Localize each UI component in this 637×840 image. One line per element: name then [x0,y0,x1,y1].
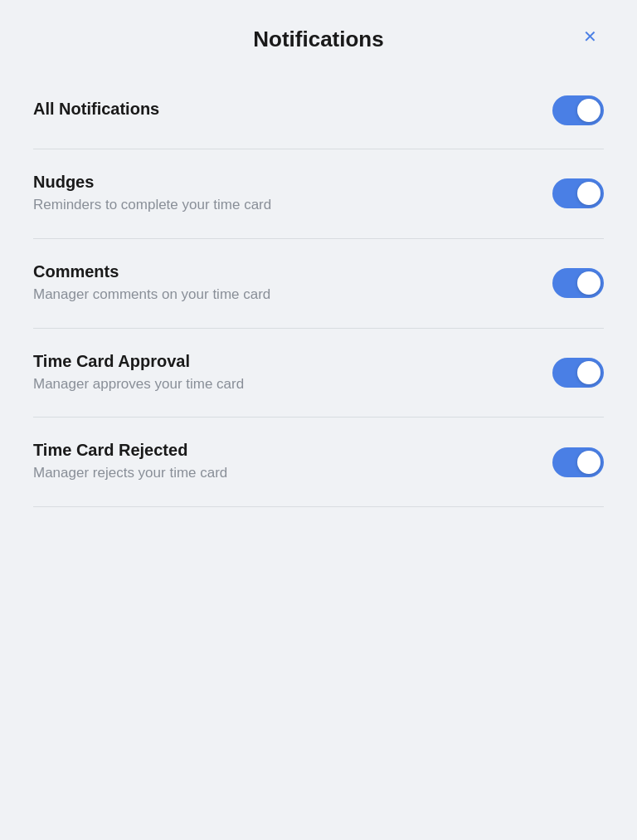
notification-label-rejected: Time Card Rejected [33,441,519,460]
toggle-nudges[interactable] [552,178,604,208]
toggle-slider-all[interactable] [552,95,604,125]
notification-description-nudges: Reminders to complete your time card [33,195,519,215]
toggle-rejected[interactable] [552,447,604,477]
notifications-list: All Notifications Nudges Reminders to co… [0,72,637,507]
toggle-all-notifications[interactable] [552,95,604,125]
notification-row-comments: Comments Manager comments on your time c… [33,239,604,329]
page-header: Notifications ✕ [0,0,637,72]
close-icon: ✕ [583,27,597,46]
notification-text-all: All Notifications [33,100,552,122]
page-title: Notifications [253,27,383,52]
notification-label-comments: Comments [33,262,519,281]
notification-description-approval: Manager approves your time card [33,374,519,394]
page-container: Notifications ✕ All Notifications Nudges… [0,0,637,840]
notification-description-comments: Manager comments on your time card [33,285,519,305]
toggle-slider-nudges[interactable] [552,178,604,208]
notification-row-nudges: Nudges Reminders to complete your time c… [33,149,604,239]
notification-row-rejected: Time Card Rejected Manager rejects your … [33,418,604,507]
notification-text-comments: Comments Manager comments on your time c… [33,262,552,305]
close-button[interactable]: ✕ [576,24,604,49]
notification-label-approval: Time Card Approval [33,352,519,371]
toggle-comments[interactable] [552,268,604,298]
toggle-approval[interactable] [552,358,604,388]
notification-text-approval: Time Card Approval Manager approves your… [33,352,552,394]
notification-label-nudges: Nudges [33,173,519,192]
notification-row-all: All Notifications [33,72,604,149]
notification-text-nudges: Nudges Reminders to complete your time c… [33,173,552,215]
toggle-slider-rejected[interactable] [552,447,604,477]
notification-description-rejected: Manager rejects your time card [33,463,519,483]
notification-row-approval: Time Card Approval Manager approves your… [33,329,604,418]
toggle-slider-approval[interactable] [552,358,604,388]
notification-label-all: All Notifications [33,100,519,119]
notification-text-rejected: Time Card Rejected Manager rejects your … [33,441,552,483]
toggle-slider-comments[interactable] [552,268,604,298]
